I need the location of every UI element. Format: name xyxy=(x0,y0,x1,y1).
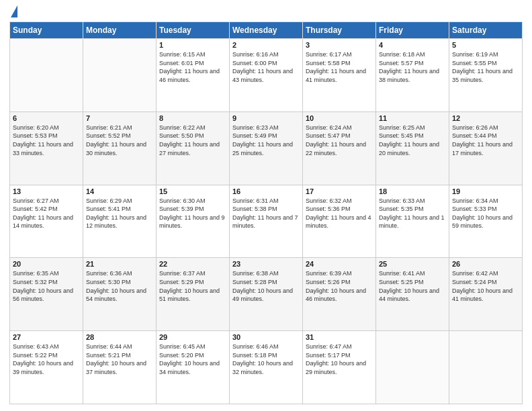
day-info: Sunrise: 6:31 AMSunset: 5:38 PMDaylight:… xyxy=(232,197,300,230)
day-info: Sunrise: 6:35 AMSunset: 5:32 PMDaylight:… xyxy=(13,269,80,303)
day-info: Sunrise: 6:30 AMSunset: 5:39 PMDaylight:… xyxy=(159,197,226,230)
column-header-wednesday: Wednesday xyxy=(230,22,303,39)
day-number: 27 xyxy=(13,333,80,341)
day-info: Sunrise: 6:22 AMSunset: 5:50 PMDaylight:… xyxy=(159,124,226,157)
day-cell: 20Sunrise: 6:35 AMSunset: 5:32 PMDayligh… xyxy=(10,258,83,331)
day-cell: 30Sunrise: 6:46 AMSunset: 5:18 PMDayligh… xyxy=(230,331,303,404)
day-cell: 16Sunrise: 6:31 AMSunset: 5:38 PMDayligh… xyxy=(230,185,303,258)
week-row-2: 6Sunrise: 6:20 AMSunset: 5:53 PMDaylight… xyxy=(10,111,523,185)
day-cell: 11Sunrise: 6:25 AMSunset: 5:45 PMDayligh… xyxy=(376,111,449,185)
day-info: Sunrise: 6:39 AMSunset: 5:26 PMDaylight:… xyxy=(306,269,373,303)
day-info: Sunrise: 6:32 AMSunset: 5:36 PMDaylight:… xyxy=(306,197,373,230)
column-header-sunday: Sunday xyxy=(10,22,83,39)
day-cell: 13Sunrise: 6:27 AMSunset: 5:42 PMDayligh… xyxy=(10,185,83,258)
logo-triangle-icon xyxy=(11,5,17,17)
calendar-header: SundayMondayTuesdayWednesdayThursdayFrid… xyxy=(10,22,523,39)
day-info: Sunrise: 6:43 AMSunset: 5:22 PMDaylight:… xyxy=(13,342,80,376)
day-cell: 8Sunrise: 6:22 AMSunset: 5:50 PMDaylight… xyxy=(157,111,230,185)
day-number: 4 xyxy=(379,41,446,49)
day-number: 28 xyxy=(86,333,153,341)
day-number: 31 xyxy=(306,333,373,341)
day-number: 18 xyxy=(379,187,446,195)
day-info: Sunrise: 6:41 AMSunset: 5:25 PMDaylight:… xyxy=(379,269,446,303)
logo xyxy=(9,7,17,16)
day-info: Sunrise: 6:36 AMSunset: 5:30 PMDaylight:… xyxy=(86,269,153,303)
day-info: Sunrise: 6:17 AMSunset: 5:58 PMDaylight:… xyxy=(306,50,373,84)
day-number: 29 xyxy=(159,333,226,341)
day-number: 12 xyxy=(452,114,519,122)
week-row-3: 13Sunrise: 6:27 AMSunset: 5:42 PMDayligh… xyxy=(10,185,523,258)
day-cell: 31Sunrise: 6:47 AMSunset: 5:17 PMDayligh… xyxy=(303,331,376,404)
column-header-friday: Friday xyxy=(376,22,449,39)
day-info: Sunrise: 6:27 AMSunset: 5:42 PMDaylight:… xyxy=(13,197,80,230)
day-cell: 10Sunrise: 6:24 AMSunset: 5:47 PMDayligh… xyxy=(303,111,376,185)
day-cell: 9Sunrise: 6:23 AMSunset: 5:49 PMDaylight… xyxy=(230,111,303,185)
day-number: 5 xyxy=(452,41,519,49)
day-info: Sunrise: 6:44 AMSunset: 5:21 PMDaylight:… xyxy=(86,342,153,376)
day-cell: 22Sunrise: 6:37 AMSunset: 5:29 PMDayligh… xyxy=(157,258,230,331)
day-number: 14 xyxy=(86,187,153,195)
week-row-5: 27Sunrise: 6:43 AMSunset: 5:22 PMDayligh… xyxy=(10,331,523,404)
day-cell: 2Sunrise: 6:16 AMSunset: 6:00 PMDaylight… xyxy=(230,39,303,112)
day-number: 30 xyxy=(232,333,300,341)
day-cell: 1Sunrise: 6:15 AMSunset: 6:01 PMDaylight… xyxy=(157,39,230,112)
day-number: 7 xyxy=(86,114,153,122)
day-cell: 7Sunrise: 6:21 AMSunset: 5:52 PMDaylight… xyxy=(83,111,157,185)
calendar-body: 1Sunrise: 6:15 AMSunset: 6:01 PMDaylight… xyxy=(10,39,523,404)
day-info: Sunrise: 6:18 AMSunset: 5:57 PMDaylight:… xyxy=(379,50,446,84)
calendar-table: SundayMondayTuesdayWednesdayThursdayFrid… xyxy=(9,21,523,404)
day-number: 22 xyxy=(159,260,226,268)
day-number: 17 xyxy=(306,187,373,195)
day-cell: 26Sunrise: 6:42 AMSunset: 5:24 PMDayligh… xyxy=(449,258,523,331)
day-cell: 15Sunrise: 6:30 AMSunset: 5:39 PMDayligh… xyxy=(157,185,230,258)
day-number: 3 xyxy=(306,41,373,49)
day-cell xyxy=(10,39,83,112)
header-row: SundayMondayTuesdayWednesdayThursdayFrid… xyxy=(10,22,523,39)
day-number: 19 xyxy=(452,187,519,195)
day-cell: 6Sunrise: 6:20 AMSunset: 5:53 PMDaylight… xyxy=(10,111,83,185)
day-cell: 14Sunrise: 6:29 AMSunset: 5:41 PMDayligh… xyxy=(83,185,157,258)
day-cell xyxy=(449,331,523,404)
day-cell: 18Sunrise: 6:33 AMSunset: 5:35 PMDayligh… xyxy=(376,185,449,258)
week-row-4: 20Sunrise: 6:35 AMSunset: 5:32 PMDayligh… xyxy=(10,258,523,331)
day-number: 9 xyxy=(232,114,300,122)
day-info: Sunrise: 6:38 AMSunset: 5:28 PMDaylight:… xyxy=(232,269,300,303)
day-number: 2 xyxy=(232,41,300,49)
day-number: 13 xyxy=(13,187,80,195)
week-row-1: 1Sunrise: 6:15 AMSunset: 6:01 PMDaylight… xyxy=(10,39,523,112)
day-cell: 29Sunrise: 6:45 AMSunset: 5:20 PMDayligh… xyxy=(157,331,230,404)
day-info: Sunrise: 6:37 AMSunset: 5:29 PMDaylight:… xyxy=(159,269,226,303)
day-info: Sunrise: 6:21 AMSunset: 5:52 PMDaylight:… xyxy=(86,124,153,157)
day-number: 24 xyxy=(306,260,373,268)
header xyxy=(9,7,523,16)
day-number: 15 xyxy=(159,187,226,195)
day-cell: 3Sunrise: 6:17 AMSunset: 5:58 PMDaylight… xyxy=(303,39,376,112)
day-cell: 4Sunrise: 6:18 AMSunset: 5:57 PMDaylight… xyxy=(376,39,449,112)
day-cell: 25Sunrise: 6:41 AMSunset: 5:25 PMDayligh… xyxy=(376,258,449,331)
day-info: Sunrise: 6:24 AMSunset: 5:47 PMDaylight:… xyxy=(306,124,373,157)
day-info: Sunrise: 6:45 AMSunset: 5:20 PMDaylight:… xyxy=(159,342,226,376)
day-number: 6 xyxy=(13,114,80,122)
day-cell: 19Sunrise: 6:34 AMSunset: 5:33 PMDayligh… xyxy=(449,185,523,258)
day-cell xyxy=(83,39,157,112)
page: SundayMondayTuesdayWednesdayThursdayFrid… xyxy=(0,0,532,411)
day-number: 10 xyxy=(306,114,373,122)
day-info: Sunrise: 6:47 AMSunset: 5:17 PMDaylight:… xyxy=(306,342,373,376)
day-info: Sunrise: 6:42 AMSunset: 5:24 PMDaylight:… xyxy=(452,269,519,303)
day-info: Sunrise: 6:23 AMSunset: 5:49 PMDaylight:… xyxy=(232,124,300,157)
day-cell: 5Sunrise: 6:19 AMSunset: 5:55 PMDaylight… xyxy=(449,39,523,112)
day-info: Sunrise: 6:29 AMSunset: 5:41 PMDaylight:… xyxy=(86,197,153,230)
day-number: 23 xyxy=(232,260,300,268)
day-cell: 23Sunrise: 6:38 AMSunset: 5:28 PMDayligh… xyxy=(230,258,303,331)
day-number: 21 xyxy=(86,260,153,268)
day-cell: 17Sunrise: 6:32 AMSunset: 5:36 PMDayligh… xyxy=(303,185,376,258)
column-header-saturday: Saturday xyxy=(449,22,523,39)
day-number: 16 xyxy=(232,187,300,195)
day-info: Sunrise: 6:26 AMSunset: 5:44 PMDaylight:… xyxy=(452,124,519,157)
day-cell xyxy=(376,331,449,404)
day-cell: 28Sunrise: 6:44 AMSunset: 5:21 PMDayligh… xyxy=(83,331,157,404)
day-info: Sunrise: 6:34 AMSunset: 5:33 PMDaylight:… xyxy=(452,197,519,230)
day-number: 11 xyxy=(379,114,446,122)
day-number: 1 xyxy=(159,41,226,49)
day-cell: 27Sunrise: 6:43 AMSunset: 5:22 PMDayligh… xyxy=(10,331,83,404)
